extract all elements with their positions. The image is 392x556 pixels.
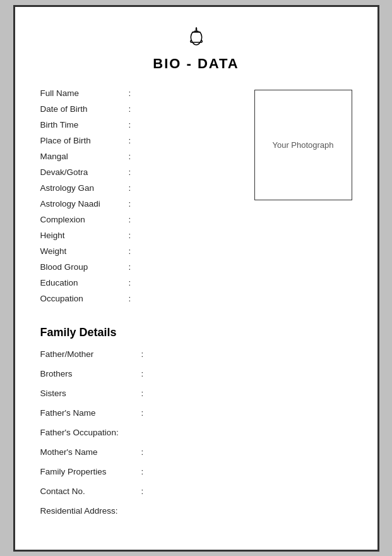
family-field-label: Sisters xyxy=(40,389,141,398)
personal-field-row: Mangal: xyxy=(40,150,248,161)
family-section-heading: Family Details xyxy=(40,326,352,339)
family-field-value xyxy=(153,426,352,435)
photo-section: Your Photograph xyxy=(254,87,352,308)
family-field-colon: : xyxy=(141,349,153,359)
family-field-row: Father's Name: xyxy=(40,407,352,418)
family-field-row: Family Properties: xyxy=(40,466,352,476)
field-label: Date of Birth xyxy=(40,104,129,114)
family-field-colon: : xyxy=(141,467,153,476)
field-label: Mangal xyxy=(40,152,129,161)
photo-label: Your Photograph xyxy=(272,140,333,150)
family-field-row: Sisters: xyxy=(40,387,352,398)
field-value xyxy=(140,229,248,238)
field-colon: : xyxy=(129,183,140,193)
field-value xyxy=(140,135,248,143)
field-value xyxy=(140,277,248,286)
field-colon: : xyxy=(129,278,140,287)
family-field-row: Father's Occupation: xyxy=(40,426,352,437)
family-field-label: Brothers xyxy=(40,369,141,378)
field-label: Education xyxy=(40,278,129,287)
field-label: Astrology Naadi xyxy=(40,199,129,208)
field-value xyxy=(140,103,248,112)
field-colon: : xyxy=(129,231,140,240)
family-field-value xyxy=(153,485,352,494)
svg-point-1 xyxy=(195,28,197,30)
family-section: Family Details Father/Mother:Brothers:Si… xyxy=(40,326,352,516)
field-label: Occupation xyxy=(40,294,129,303)
family-field-row: Contact No.: xyxy=(40,485,352,496)
field-value xyxy=(140,87,248,96)
photo-box: Your Photograph xyxy=(254,90,352,200)
family-field-value xyxy=(153,407,352,416)
family-field-value xyxy=(153,446,352,455)
field-label: Blood Group xyxy=(40,262,129,272)
family-field-row: Residential Address: xyxy=(40,505,352,516)
family-field-colon: : xyxy=(141,369,153,378)
field-value xyxy=(140,166,248,175)
personal-field-row: Blood Group: xyxy=(40,261,248,272)
field-label: Weight xyxy=(40,246,129,256)
header-icon xyxy=(40,26,352,53)
personal-field-row: Astrology Gan: xyxy=(40,182,248,193)
personal-field-row: Date of Birth: xyxy=(40,103,248,114)
family-field-label: Father's Name xyxy=(40,408,141,418)
personal-field-row: Full Name: xyxy=(40,87,248,98)
family-field-value xyxy=(153,348,352,357)
field-value xyxy=(140,214,248,222)
field-colon: : xyxy=(129,294,140,303)
field-label: Height xyxy=(40,231,129,240)
personal-field-row: Complexion: xyxy=(40,214,248,224)
field-colon: : xyxy=(129,88,140,98)
family-field-value xyxy=(153,368,352,377)
personal-fields-section: Full Name:Date of Birth:Birth Time:Place… xyxy=(40,87,248,308)
field-colon: : xyxy=(129,136,140,145)
family-field-label: Contact No. xyxy=(40,486,141,496)
field-value xyxy=(140,245,248,254)
family-field-colon: : xyxy=(141,389,153,398)
family-field-label: Family Properties xyxy=(40,467,141,476)
family-field-label: Father/Mother xyxy=(40,349,141,359)
family-field-value xyxy=(153,466,352,474)
field-colon: : xyxy=(129,246,140,256)
family-field-row: Father/Mother: xyxy=(40,348,352,359)
personal-field-row: Devak/Gotra: xyxy=(40,166,248,177)
field-label: Astrology Gan xyxy=(40,183,129,193)
personal-field-row: Astrology Naadi: xyxy=(40,198,248,208)
field-label: Place of Birth xyxy=(40,136,129,145)
personal-field-row: Education: xyxy=(40,277,248,287)
field-label: Full Name xyxy=(40,88,129,98)
field-label: Complexion xyxy=(40,215,129,224)
family-field-value xyxy=(153,387,352,396)
field-value xyxy=(140,119,248,128)
family-field-colon: : xyxy=(141,447,153,457)
family-field-row: Mother's Name: xyxy=(40,446,352,457)
personal-field-row: Birth Time: xyxy=(40,119,248,130)
family-field-colon: : xyxy=(141,408,153,418)
field-label: Birth Time xyxy=(40,120,129,130)
field-colon: : xyxy=(129,199,140,208)
personal-field-row: Weight: xyxy=(40,245,248,256)
personal-field-row: Occupation: xyxy=(40,293,248,303)
field-value xyxy=(140,293,248,301)
field-colon: : xyxy=(129,104,140,114)
family-field-label: Residential Address: xyxy=(40,506,141,516)
field-colon: : xyxy=(129,167,140,177)
field-label: Devak/Gotra xyxy=(40,167,129,177)
family-field-value xyxy=(153,505,352,514)
field-value xyxy=(140,261,248,270)
field-colon: : xyxy=(129,262,140,272)
page-container: BIO - DATA Full Name:Date of Birth:Birth… xyxy=(13,5,379,552)
field-colon: : xyxy=(129,152,140,161)
page-title: BIO - DATA xyxy=(40,56,352,72)
personal-field-row: Place of Birth: xyxy=(40,135,248,145)
field-value xyxy=(140,182,248,191)
family-field-label: Father's Occupation: xyxy=(40,428,141,437)
personal-field-row: Height: xyxy=(40,229,248,240)
header: BIO - DATA xyxy=(40,26,352,72)
field-colon: : xyxy=(129,120,140,130)
family-field-label: Mother's Name xyxy=(40,447,141,457)
field-value xyxy=(140,198,248,207)
family-field-colon: : xyxy=(141,486,153,496)
family-fields: Father/Mother:Brothers:Sisters:Father's … xyxy=(40,348,352,516)
field-value xyxy=(140,150,248,159)
